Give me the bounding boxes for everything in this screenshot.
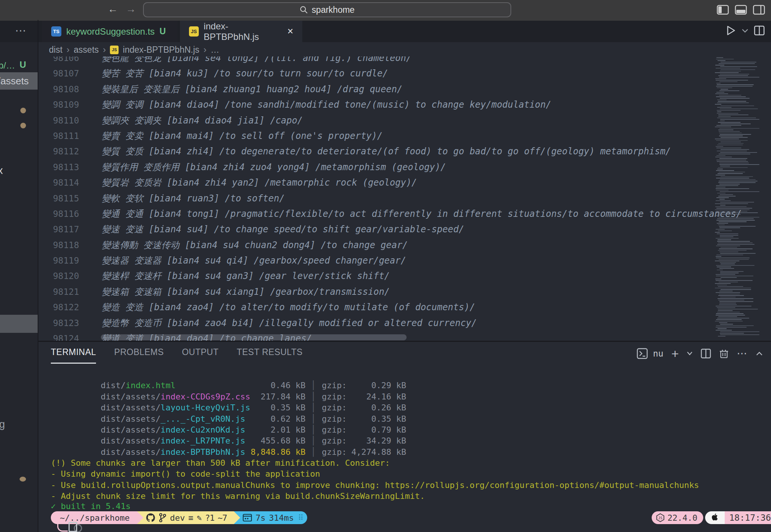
breadcrumb-item-dist[interactable]: dist xyxy=(49,45,62,55)
warning-line[interactable]: (!) Some chunks are larger than 500 kB a… xyxy=(51,457,699,468)
toggle-primary-sidebar-button[interactable] xyxy=(717,5,729,15)
breadcrumb-item-file[interactable]: index-BPTBPbhN.js xyxy=(123,45,199,55)
history-back-button[interactable]: ← xyxy=(108,3,118,15)
code-editor[interactable]: 98106 變色龍 变色龙 [bian4 se4 long2] /(lit. a… xyxy=(38,56,771,341)
line-number[interactable]: 98115 xyxy=(38,191,79,206)
prompt-duration: 7s xyxy=(256,513,266,523)
sidebar-modified-file-label[interactable]: b/… xyxy=(0,60,15,71)
code-line[interactable]: 98111 變賣 变卖 [bian4 mai4] /to sell off (o… xyxy=(38,128,754,144)
column-divider: │ xyxy=(305,392,322,401)
horizontal-scrollbar[interactable] xyxy=(101,334,407,340)
active-shell-label[interactable]: nu xyxy=(653,349,663,358)
tab-problems[interactable]: PROBLEMS xyxy=(114,347,164,364)
code-line[interactable]: 98107 變苦 变苦 [bian4 ku3] /to sour/to turn… xyxy=(38,66,754,81)
sidebar-item-assets-selected[interactable]: /assets xyxy=(0,72,38,90)
line-number[interactable]: 98113 xyxy=(38,160,79,175)
code-line[interactable]: 98106 變色龍 变色龙 [bian4 se4 long2] /(lit. a… xyxy=(38,56,754,66)
minimap-line xyxy=(720,191,759,192)
toggle-secondary-sidebar-button[interactable] xyxy=(753,5,765,15)
line-number[interactable]: 98116 xyxy=(38,206,79,222)
file-name: _..._-Cpt_vR0N.js xyxy=(160,414,245,424)
line-number[interactable]: 98117 xyxy=(38,222,79,237)
build-output: dist/index.html0.46 kB│gzip:0.29 kB dist… xyxy=(51,369,406,447)
code-line[interactable]: 98117 變速 变速 [bian4 su4] /to change speed… xyxy=(38,222,754,237)
minimap-line xyxy=(717,99,727,100)
code-line[interactable]: 98108 變裝皇后 变装皇后 [bian4 zhuang1 huang2 ho… xyxy=(38,82,754,97)
prompt-corner-glyph xyxy=(57,523,68,532)
dots-icon: ⠿ xyxy=(298,513,303,522)
run-file-button[interactable] xyxy=(725,24,736,37)
line-text: 變色龍 变色龙 [bian4 se4 long2] /(lit. and fig… xyxy=(102,56,411,66)
line-number[interactable]: 98118 xyxy=(38,238,79,253)
more-actions-button[interactable]: ⋯ xyxy=(737,347,748,360)
git-untracked-count: ?1 xyxy=(205,513,215,523)
chevron-right-icon: › xyxy=(67,44,70,55)
code-line[interactable]: 98122 變造 变造 [bian4 zao4] /to alter/to mo… xyxy=(38,300,754,315)
toggle-panel-button[interactable] xyxy=(735,5,747,15)
tab-terminal[interactable]: TERMINAL xyxy=(51,347,96,364)
close-tab-icon[interactable]: × xyxy=(287,26,293,37)
javascript-file-icon: JS xyxy=(189,26,199,37)
line-number[interactable]: 98122 xyxy=(38,300,79,315)
terminal-dropdown-chevron-icon[interactable] xyxy=(687,351,693,355)
line-number[interactable]: 98106 xyxy=(38,56,79,66)
minimap-line xyxy=(718,242,753,243)
maximize-panel-chevron-icon[interactable] xyxy=(756,351,763,356)
code-line[interactable]: 98123 變造幣 变造币 [bian4 zao4 bi4] /illegall… xyxy=(38,316,754,331)
code-line[interactable]: 98112 變質 变质 [bian4 zhi4] /to degenerate/… xyxy=(38,144,754,159)
line-number[interactable]: 98112 xyxy=(38,144,79,159)
run-dropdown-chevron-icon[interactable] xyxy=(742,28,748,33)
minimap-line xyxy=(721,247,737,248)
minimap-line xyxy=(719,294,740,294)
tab-test-results[interactable]: TEST RESULTS xyxy=(237,347,303,364)
breadcrumb-item-assets[interactable]: assets xyxy=(74,45,99,55)
line-number[interactable]: 98111 xyxy=(38,128,79,144)
tab-index-js[interactable]: JS index-BPTBPbhN.js × xyxy=(180,21,302,42)
warning-line[interactable]: - Use build.rollupOptions.output.manualC… xyxy=(51,480,699,491)
line-number[interactable]: 98124 xyxy=(38,331,79,341)
code-line[interactable]: 98115 變軟 变软 [bian4 ruan3] /to soften/ xyxy=(38,191,754,206)
code-line[interactable]: 98113 變質作用 变质作用 [bian4 zhi4 zuo4 yong4] … xyxy=(38,160,754,175)
line-number[interactable]: 98107 xyxy=(38,66,79,81)
code-line[interactable]: 98114 變質岩 变质岩 [bian4 zhi4 yan2] /metamor… xyxy=(38,175,754,191)
warning-line[interactable]: - Adjust chunk size limit for this warni… xyxy=(51,491,699,502)
code-line[interactable]: 98116 變通 变通 [bian4 tong1] /pragmatic/fle… xyxy=(38,206,754,222)
line-number[interactable]: 98109 xyxy=(38,97,79,113)
kill-terminal-trash-button[interactable] xyxy=(719,348,729,359)
new-terminal-button[interactable]: + xyxy=(671,348,679,359)
minimap-line xyxy=(721,89,728,90)
history-forward-button[interactable]: → xyxy=(126,3,136,15)
minimap-line xyxy=(720,98,750,99)
split-terminal-button[interactable] xyxy=(701,348,711,359)
command-center-search[interactable]: sparkhome xyxy=(143,2,511,17)
line-number[interactable]: 98120 xyxy=(38,268,79,284)
code-line[interactable]: 98110 變調夾 变调夹 [bian4 diao4 jia1] /capo/ xyxy=(38,113,754,128)
warning-line[interactable]: - Using dynamic import() to code-split t… xyxy=(51,468,699,479)
code-line[interactable]: 98120 變速桿 变速杆 [bian4 su4 gan3] /gear lev… xyxy=(38,268,754,284)
editor-overflow-button[interactable]: ⋯ xyxy=(15,24,26,37)
line-number[interactable]: 98114 xyxy=(38,175,79,191)
line-number[interactable]: 98121 xyxy=(38,284,79,300)
line-number[interactable]: 98108 xyxy=(38,82,79,97)
line-text: 變賣 变卖 [bian4 mai4] /to sell off (one's p… xyxy=(102,128,382,144)
line-number[interactable]: 98123 xyxy=(38,316,79,331)
code-line[interactable]: 98121 變速箱 变速箱 [bian4 su4 xiang1] /gearbo… xyxy=(38,284,754,300)
line-number[interactable]: 98110 xyxy=(38,113,79,128)
minimap-line xyxy=(721,176,753,177)
code-line[interactable]: 98118 變速傳動 变速传动 [bian4 su4 chuan2 dong4]… xyxy=(38,238,754,253)
line-number[interactable]: 98119 xyxy=(38,253,79,268)
minimap-line xyxy=(721,149,749,150)
minimap-line xyxy=(720,202,754,203)
minimap-line xyxy=(716,68,740,69)
minimap-line xyxy=(718,250,747,251)
breadcrumb-item-more[interactable]: … xyxy=(211,45,219,55)
tab-keywordSuggestion[interactable]: TS keywordSuggestion.ts U xyxy=(42,21,178,42)
minimap[interactable] xyxy=(713,56,759,341)
code-line[interactable]: 98119 變速器 变速器 [bian4 su4 qi4] /gearbox/s… xyxy=(38,253,754,268)
code-line[interactable]: 98109 變調 变调 [bian4 diao4] /tone sandhi/m… xyxy=(38,97,754,113)
minimap-line xyxy=(719,181,757,181)
tab-output[interactable]: OUTPUT xyxy=(182,347,219,364)
line-text: 變速桿 变速杆 [bian4 su4 gan3] /gear lever/sti… xyxy=(102,268,390,284)
split-editor-button[interactable] xyxy=(754,25,765,36)
sidebar-selected-row[interactable] xyxy=(0,315,38,333)
